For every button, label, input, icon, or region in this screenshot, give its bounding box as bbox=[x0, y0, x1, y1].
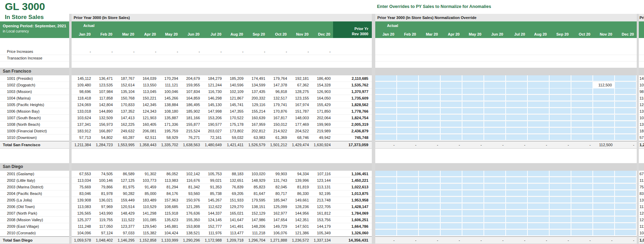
override-input-cell[interactable] bbox=[506, 134, 528, 141]
override-input-cell[interactable] bbox=[462, 204, 484, 210]
override-input-cell[interactable] bbox=[506, 204, 528, 210]
override-input-cell[interactable] bbox=[615, 88, 637, 95]
override-input-cell[interactable] bbox=[441, 197, 462, 203]
override-input-cell[interactable] bbox=[615, 177, 637, 184]
override-input-cell[interactable] bbox=[441, 88, 462, 95]
override-input-cell[interactable] bbox=[462, 171, 484, 177]
override-input-cell[interactable] bbox=[397, 108, 419, 114]
override-input-cell[interactable] bbox=[462, 134, 484, 141]
override-input-cell[interactable] bbox=[571, 108, 593, 114]
override-input-cell[interactable] bbox=[419, 190, 441, 197]
override-input-cell[interactable] bbox=[484, 184, 506, 190]
override-input-cell[interactable] bbox=[550, 102, 571, 108]
override-input-cell[interactable] bbox=[550, 210, 571, 216]
override-input-cell[interactable] bbox=[615, 121, 637, 128]
override-input-cell[interactable] bbox=[441, 190, 462, 197]
override-input-cell[interactable] bbox=[397, 190, 419, 197]
override-input-cell[interactable] bbox=[593, 210, 615, 216]
override-input-cell[interactable] bbox=[484, 75, 506, 82]
override-input-cell[interactable] bbox=[441, 177, 462, 184]
override-input-cell[interactable] bbox=[528, 223, 550, 229]
override-input-cell[interactable] bbox=[441, 128, 462, 134]
override-input-cell[interactable] bbox=[484, 134, 506, 141]
override-input-cell[interactable] bbox=[571, 88, 593, 95]
override-input-cell[interactable] bbox=[462, 177, 484, 184]
override-input-cell[interactable] bbox=[484, 121, 506, 128]
override-input-cell[interactable] bbox=[397, 197, 419, 203]
override-input-cell[interactable] bbox=[397, 184, 419, 190]
override-input-cell[interactable] bbox=[615, 184, 637, 190]
override-input-cell[interactable] bbox=[593, 134, 615, 141]
override-input-cell[interactable] bbox=[484, 115, 506, 121]
override-input-cell[interactable] bbox=[528, 102, 550, 108]
override-input-cell[interactable] bbox=[441, 102, 462, 108]
override-input-cell[interactable] bbox=[375, 108, 397, 114]
override-input-cell[interactable] bbox=[462, 75, 484, 82]
override-input-cell[interactable] bbox=[615, 115, 637, 121]
override-input-cell[interactable] bbox=[615, 217, 637, 223]
override-input-cell[interactable] bbox=[550, 95, 571, 101]
override-input-cell[interactable] bbox=[571, 190, 593, 197]
override-input-cell[interactable] bbox=[506, 75, 528, 82]
override-input-cell[interactable] bbox=[462, 102, 484, 108]
override-input-cell[interactable] bbox=[462, 121, 484, 128]
override-input-cell[interactable] bbox=[462, 88, 484, 95]
override-input-cell[interactable] bbox=[550, 75, 571, 82]
override-input-cell[interactable] bbox=[419, 102, 441, 108]
override-input-cell[interactable] bbox=[462, 223, 484, 229]
override-input-cell[interactable] bbox=[528, 177, 550, 184]
override-input-cell[interactable] bbox=[484, 197, 506, 203]
override-input-cell[interactable] bbox=[550, 128, 571, 134]
override-input-cell[interactable] bbox=[375, 102, 397, 108]
override-input-cell[interactable] bbox=[375, 115, 397, 121]
override-input-cell[interactable] bbox=[484, 210, 506, 216]
override-input-cell[interactable] bbox=[593, 217, 615, 223]
override-input-cell[interactable] bbox=[419, 95, 441, 101]
override-input-cell[interactable] bbox=[441, 223, 462, 229]
override-input-cell[interactable] bbox=[571, 102, 593, 108]
override-input-cell[interactable] bbox=[571, 121, 593, 128]
override-input-cell[interactable] bbox=[441, 115, 462, 121]
override-input-cell[interactable] bbox=[484, 171, 506, 177]
override-input-cell[interactable] bbox=[441, 134, 462, 141]
override-input-cell[interactable] bbox=[375, 88, 397, 95]
override-input-cell[interactable] bbox=[397, 121, 419, 128]
override-input-cell[interactable] bbox=[615, 95, 637, 101]
override-input-cell[interactable] bbox=[550, 82, 571, 89]
override-input-cell[interactable] bbox=[419, 108, 441, 114]
override-input-cell[interactable] bbox=[615, 230, 637, 236]
override-input-cell[interactable] bbox=[528, 184, 550, 190]
override-input-cell[interactable] bbox=[593, 95, 615, 101]
override-input-cell[interactable] bbox=[571, 184, 593, 190]
override-input-cell[interactable] bbox=[571, 128, 593, 134]
override-input-cell[interactable] bbox=[571, 75, 593, 82]
override-input-cell[interactable] bbox=[397, 88, 419, 95]
override-input-cell[interactable] bbox=[397, 134, 419, 141]
override-input-cell[interactable] bbox=[528, 134, 550, 141]
override-input-cell[interactable] bbox=[571, 115, 593, 121]
override-input-cell[interactable] bbox=[615, 210, 637, 216]
override-input-cell[interactable] bbox=[615, 204, 637, 210]
override-input-cell[interactable] bbox=[462, 217, 484, 223]
override-input-cell[interactable] bbox=[419, 197, 441, 203]
override-input-cell[interactable] bbox=[375, 210, 397, 216]
override-input-cell[interactable] bbox=[550, 108, 571, 114]
override-input-cell[interactable] bbox=[462, 184, 484, 190]
override-input-cell[interactable] bbox=[506, 171, 528, 177]
override-input-cell[interactable] bbox=[462, 230, 484, 236]
override-input-cell[interactable] bbox=[419, 204, 441, 210]
override-input-cell[interactable] bbox=[419, 217, 441, 223]
override-input-cell[interactable] bbox=[484, 95, 506, 101]
override-input-cell[interactable] bbox=[528, 190, 550, 197]
override-input-cell[interactable] bbox=[375, 217, 397, 223]
override-input-cell[interactable] bbox=[593, 190, 615, 197]
override-input-cell[interactable] bbox=[571, 230, 593, 236]
override-input-cell[interactable] bbox=[484, 204, 506, 210]
override-input-cell[interactable] bbox=[419, 88, 441, 95]
override-input-cell[interactable] bbox=[571, 223, 593, 229]
override-input-cell[interactable] bbox=[397, 223, 419, 229]
override-input-cell[interactable] bbox=[506, 177, 528, 184]
override-input-cell[interactable] bbox=[506, 184, 528, 190]
override-input-cell[interactable] bbox=[506, 121, 528, 128]
override-input-cell[interactable] bbox=[397, 102, 419, 108]
